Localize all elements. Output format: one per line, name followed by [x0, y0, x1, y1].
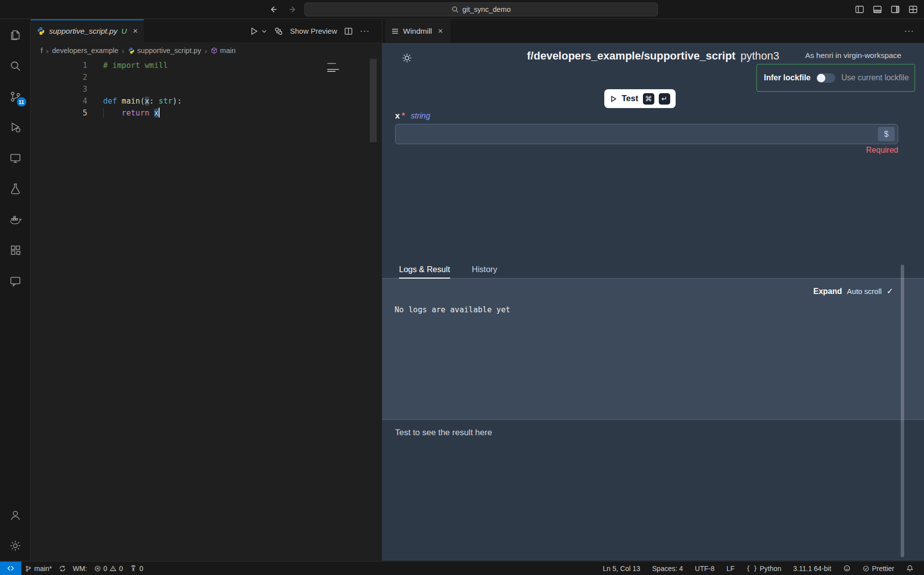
feedback-icon[interactable]	[839, 562, 855, 575]
braces-icon: { }	[747, 565, 757, 572]
line-number[interactable]: 3	[31, 83, 87, 95]
result-placeholder: Test to see the result here	[395, 428, 492, 438]
logs-panel: Expand Auto scroll ✓ No logs are availab…	[382, 279, 924, 420]
cursor-position-item[interactable]: Ln 5, Col 13	[598, 562, 645, 575]
cmd-key-icon: ⌘	[643, 93, 654, 105]
logs-result-tabs: Logs & Result History	[382, 260, 924, 279]
indentation-item[interactable]: Spaces: 4	[648, 562, 688, 575]
remote-explorer-icon[interactable]	[3, 146, 27, 170]
run-file-icon[interactable]	[249, 27, 258, 36]
editor-more-actions-icon[interactable]: ···	[360, 26, 370, 36]
eol-item[interactable]: LF	[722, 562, 739, 575]
source-control-icon[interactable]: 11	[3, 85, 27, 109]
windmill-tab-bar: Windmill × ···	[382, 19, 924, 43]
accounts-icon[interactable]	[3, 503, 27, 527]
list-icon	[391, 27, 399, 35]
nav-forward-icon[interactable]	[288, 4, 298, 15]
line-number[interactable]: 4	[31, 95, 87, 107]
tab-close-icon[interactable]: ×	[438, 26, 443, 36]
minimap[interactable]	[326, 61, 341, 93]
variable-picker-button[interactable]: $	[878, 127, 895, 141]
extensions-icon[interactable]	[3, 238, 27, 262]
customize-layout-icon[interactable]	[908, 4, 918, 14]
expand-button[interactable]: Expand	[813, 287, 842, 296]
search-icon	[452, 6, 459, 13]
webview-scrollbar[interactable]	[901, 265, 904, 557]
command-center-search[interactable]: git_sync_demo	[304, 2, 658, 16]
git-branch-item[interactable]: main*	[21, 562, 56, 575]
nav-back-icon[interactable]	[268, 4, 279, 15]
tab-supportive-script[interactable]: supportive_script.py U ×	[31, 19, 144, 43]
script-path: f/developers_example/supportive_script	[527, 50, 736, 62]
play-icon	[610, 95, 617, 103]
tab-logs-result[interactable]: Logs & Result	[399, 260, 450, 278]
indent-guide	[103, 108, 104, 118]
problems-item[interactable]: 0 0	[91, 562, 127, 575]
infer-lockfile-toggle[interactable]	[816, 73, 835, 83]
ports-item[interactable]: 0	[126, 562, 147, 575]
script-language: python3	[741, 50, 779, 62]
windmill-status-item[interactable]: WM:	[69, 562, 91, 575]
chat-icon[interactable]	[3, 269, 27, 293]
search-sidebar-icon[interactable]	[3, 54, 27, 78]
tab-close-icon[interactable]: ×	[133, 26, 138, 36]
tab-history[interactable]: History	[472, 260, 497, 278]
language-mode-item[interactable]: { } Python	[742, 562, 786, 575]
breadcrumb-folder-developers-example[interactable]: developers_example	[52, 47, 118, 55]
tab-title: supportive_script.py	[49, 27, 117, 36]
scm-pending-badge: 11	[17, 97, 26, 107]
notifications-bell-icon[interactable]	[902, 562, 918, 575]
windmill-editor-group: Windmill × ··· f/developers_example/supp…	[382, 19, 924, 561]
required-message: Required	[866, 146, 898, 155]
titlebar: git_sync_demo	[0, 0, 924, 19]
toggle-secondary-sidebar-icon[interactable]	[890, 4, 900, 14]
explorer-icon[interactable]	[3, 23, 27, 47]
python-interpreter-item[interactable]: 3.11.1 64-bit	[789, 562, 836, 575]
run-context-label: As henri in virgin-workspace	[805, 51, 901, 60]
docker-icon[interactable]	[3, 208, 27, 231]
breadcrumb-symbol-main[interactable]: main	[211, 47, 235, 55]
status-bar: main* WM: 0 0 0 Ln 5, Col 13 Spaces: 4 U…	[0, 561, 924, 575]
settings-gear-icon[interactable]	[3, 534, 27, 558]
lockfile-options-box: Infer lockfile Use current lockfile	[756, 64, 915, 92]
chevron-right-icon: ›	[46, 47, 49, 55]
toggle-primary-sidebar-icon[interactable]	[855, 4, 865, 14]
toggle-panel-icon[interactable]	[872, 4, 882, 14]
line-number[interactable]: 5	[31, 107, 87, 119]
tab-title: Windmill	[403, 27, 432, 36]
tab-git-status: U	[121, 27, 127, 36]
chevron-right-icon: ›	[205, 47, 207, 55]
code-line[interactable]: 4def main(x: str):	[31, 95, 382, 107]
windmill-more-actions-icon[interactable]: ···	[904, 26, 914, 36]
breadcrumb-file[interactable]: supportive_script.py	[128, 47, 201, 55]
code-editor[interactable]: 1# import wmill234def main(x: str):5 ret…	[31, 58, 382, 561]
python-file-icon	[37, 27, 45, 35]
run-dropdown-chevron-icon[interactable]	[261, 28, 267, 34]
remote-indicator-icon[interactable]	[0, 562, 21, 575]
line-number[interactable]: 2	[31, 71, 87, 83]
test-button[interactable]: Test ⌘ ↵	[604, 89, 676, 108]
enter-key-icon: ↵	[659, 93, 670, 105]
auto-scroll-check-icon[interactable]: ✓	[887, 287, 893, 296]
breadcrumb-folder-f[interactable]: f	[41, 47, 43, 55]
encoding-item[interactable]: UTF-8	[691, 562, 719, 575]
tab-windmill[interactable]: Windmill ×	[385, 19, 451, 43]
breadcrumb: f › developers_example › supportive_scri…	[31, 43, 382, 58]
chevron-right-icon: ›	[122, 47, 124, 55]
formatter-item[interactable]: Prettier	[858, 562, 899, 575]
show-preview-button[interactable]: Show Preview	[290, 27, 337, 35]
open-changes-icon[interactable]	[274, 27, 283, 36]
sync-changes-icon[interactable]	[56, 562, 69, 575]
split-editor-icon[interactable]	[344, 27, 353, 36]
use-current-lockfile-label: Use current lockfile	[841, 73, 909, 82]
logs-empty-message: No logs are available yet	[395, 305, 510, 314]
editor-scrollbar[interactable]	[370, 59, 377, 142]
auto-scroll-label[interactable]: Auto scroll	[847, 287, 882, 295]
editor-tab-bar: supportive_script.py U × Show Preview	[31, 19, 382, 43]
code-line[interactable]: 5 return x	[31, 107, 382, 119]
field-x-input[interactable]	[399, 124, 878, 144]
windmill-webview: f/developers_example/supportive_scriptpy…	[382, 43, 924, 561]
testing-icon[interactable]	[3, 177, 27, 201]
run-debug-icon[interactable]	[3, 115, 27, 139]
line-number[interactable]: 1	[31, 59, 87, 71]
